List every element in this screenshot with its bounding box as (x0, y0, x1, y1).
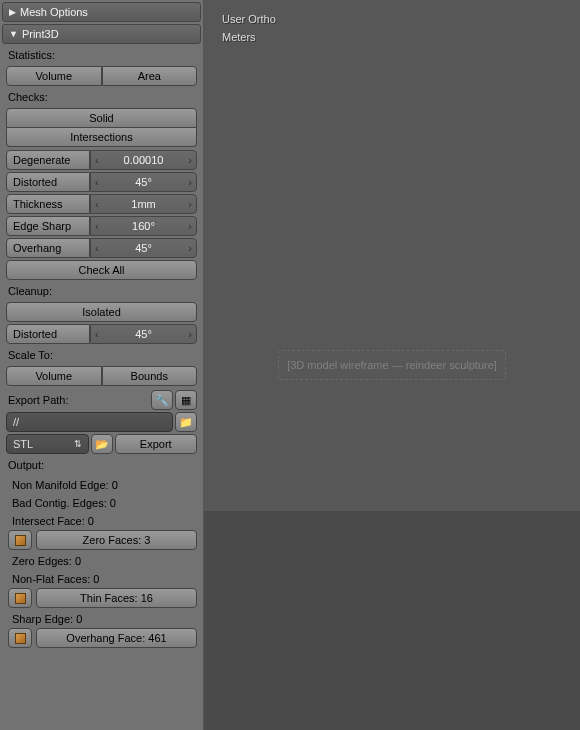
overhang-face-button[interactable]: Overhang Face: 461 (36, 628, 197, 648)
dropdown-arrows-icon: ⇅ (74, 439, 82, 449)
texture-icon[interactable]: ▦ (175, 390, 197, 410)
viewport-overlay: User Ortho Meters (222, 10, 276, 46)
checkall-button[interactable]: Check All (6, 260, 197, 280)
triangle-down-icon: ▼ (9, 29, 18, 39)
output-nonmanifold: Non Manifold Edge: 0 (2, 476, 201, 494)
zero-faces-button[interactable]: Zero Faces: 3 (36, 530, 197, 550)
export-folder-icon[interactable]: 📂 (91, 434, 113, 454)
format-value: STL (13, 438, 33, 450)
print3d-label: Print3D (22, 28, 59, 40)
distorted-button[interactable]: Distorted (6, 172, 90, 192)
degenerate-value[interactable]: 0.00010 (90, 150, 197, 170)
overhang-value[interactable]: 45° (90, 238, 197, 258)
checks-label: Checks: (2, 88, 201, 108)
properties-panel: ▶Mesh Options ▼Print3D Statistics: Volum… (0, 0, 204, 730)
exportpath-label: Export Path: (6, 391, 151, 409)
degenerate-button[interactable]: Degenerate (6, 150, 90, 170)
triangle-right-icon: ▶ (9, 7, 16, 17)
cleanup-label: Cleanup: (2, 282, 201, 302)
export-button[interactable]: Export (115, 434, 198, 454)
edgesharp-button[interactable]: Edge Sharp (6, 216, 90, 236)
scale-bounds-button[interactable]: Bounds (102, 366, 198, 386)
apply-scale-icon[interactable]: 🔧 (151, 390, 173, 410)
viewport-placeholder: [3D model wireframe — reindeer sculpture… (278, 350, 506, 380)
statistics-label: Statistics: (2, 46, 201, 66)
thickness-button[interactable]: Thickness (6, 194, 90, 214)
mesh-options-header[interactable]: ▶Mesh Options (2, 2, 201, 22)
cleanup-distorted-button[interactable]: Distorted (6, 324, 90, 344)
cube-icon[interactable] (8, 530, 32, 550)
isolated-button[interactable]: Isolated (6, 302, 197, 322)
scaleto-label: Scale To: (2, 346, 201, 366)
cube-icon[interactable] (8, 588, 32, 608)
output-sharpedge: Sharp Edge: 0 (2, 610, 201, 628)
cleanup-distorted-value[interactable]: 45° (90, 324, 197, 344)
thin-faces-button[interactable]: Thin Faces: 16 (36, 588, 197, 608)
edgesharp-value[interactable]: 160° (90, 216, 197, 236)
scale-volume-button[interactable]: Volume (6, 366, 102, 386)
volume-button[interactable]: Volume (6, 66, 102, 86)
area-button[interactable]: Area (102, 66, 198, 86)
cube-icon[interactable] (8, 628, 32, 648)
format-dropdown[interactable]: STL⇅ (6, 434, 89, 454)
distorted-value[interactable]: 45° (90, 172, 197, 192)
output-zeroedges: Zero Edges: 0 (2, 552, 201, 570)
browse-folder-icon[interactable]: 📁 (175, 412, 197, 432)
overhang-button[interactable]: Overhang (6, 238, 90, 258)
viewport-units: Meters (222, 28, 276, 46)
output-nonflat: Non-Flat Faces: 0 (2, 570, 201, 588)
output-label: Output: (2, 456, 201, 476)
export-path-field[interactable]: // (6, 412, 173, 432)
thickness-value[interactable]: 1mm (90, 194, 197, 214)
output-intersect: Intersect Face: 0 (2, 512, 201, 530)
print3d-header[interactable]: ▼Print3D (2, 24, 201, 44)
mesh-options-label: Mesh Options (20, 6, 88, 18)
intersections-button[interactable]: Intersections (6, 128, 197, 147)
output-badcontig: Bad Contig. Edges: 0 (2, 494, 201, 512)
solid-button[interactable]: Solid (6, 108, 197, 128)
viewport-projection: User Ortho (222, 10, 276, 28)
3d-viewport[interactable]: User Ortho Meters [3D model wireframe — … (204, 0, 580, 730)
